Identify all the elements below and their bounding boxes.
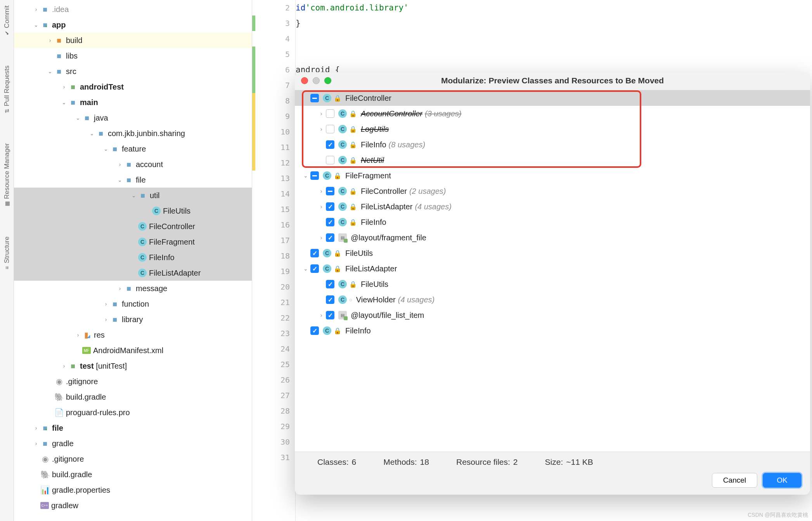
- checkbox[interactable]: ✓: [310, 249, 319, 257]
- gutter-line[interactable]: 23: [280, 326, 290, 341]
- gutter-line[interactable]: 26: [280, 372, 290, 388]
- tree-row[interactable]: ◉.gitignore: [14, 374, 252, 389]
- gutter-line[interactable]: 22: [280, 310, 290, 326]
- expand-icon[interactable]: ›: [116, 285, 124, 292]
- dialog-row[interactable]: ✓C🔒FileInfo: [295, 214, 810, 230]
- tree-row[interactable]: ⌄■src: [14, 64, 252, 79]
- tree-row[interactable]: 🐘build.gradle: [14, 467, 252, 482]
- tree-row[interactable]: ⌄■java: [14, 110, 252, 126]
- expand-icon[interactable]: ⌄: [301, 173, 310, 179]
- expand-icon[interactable]: ›: [317, 235, 326, 241]
- tree-row[interactable]: ›▮◢res: [14, 327, 252, 343]
- dialog-row[interactable]: ✓C🔒FileUtils: [295, 276, 810, 292]
- cancel-button[interactable]: Cancel: [712, 473, 757, 488]
- gutter-line[interactable]: 17: [280, 233, 290, 248]
- expand-icon[interactable]: ⌄: [32, 22, 40, 28]
- expand-icon[interactable]: ›: [116, 161, 124, 167]
- dialog-row[interactable]: ›C🔒AccountController(3 usages): [295, 106, 810, 121]
- checkbox[interactable]: [326, 187, 334, 195]
- tree-row[interactable]: 🐘build.gradle: [14, 389, 252, 405]
- expand-icon[interactable]: ›: [317, 126, 326, 132]
- gutter-line[interactable]: 12: [280, 155, 290, 171]
- tree-row[interactable]: CFileInfo: [14, 250, 252, 265]
- expand-icon[interactable]: ⌄: [116, 177, 124, 183]
- tab-commit[interactable]: ✔Commit: [2, 2, 12, 39]
- gutter-line[interactable]: 28: [280, 403, 290, 419]
- dialog-row[interactable]: ✓C🔒FileInfo(8 usages): [295, 137, 810, 152]
- tree-row[interactable]: 📊gradle.properties: [14, 482, 252, 498]
- expand-icon[interactable]: ›: [32, 425, 40, 431]
- expand-icon[interactable]: ›: [60, 363, 68, 369]
- gutter-line[interactable]: 29: [280, 419, 290, 434]
- tree-row[interactable]: ⌄■util: [14, 188, 252, 203]
- gutter-line[interactable]: 15: [280, 202, 290, 217]
- tree-row[interactable]: ›■gradle: [14, 436, 252, 451]
- tree-row[interactable]: 📄proguard-rules.pro: [14, 405, 252, 420]
- gutter-line[interactable]: 6: [285, 62, 290, 78]
- expand-icon[interactable]: ⌄: [88, 130, 96, 136]
- gutter-line[interactable]: 31: [280, 450, 290, 465]
- checkbox[interactable]: ✓: [326, 218, 334, 226]
- checkbox[interactable]: [310, 94, 319, 102]
- tree-row[interactable]: C++gradlew: [14, 498, 252, 513]
- gutter-line[interactable]: 21: [280, 295, 290, 310]
- checkbox[interactable]: ✓: [326, 233, 334, 242]
- tree-row[interactable]: ›■build: [14, 33, 252, 48]
- dialog-row[interactable]: ›✓C🔒FileListAdapter(4 usages): [295, 199, 810, 214]
- tab-resource-manager[interactable]: ▦Resource Manager: [2, 140, 12, 210]
- dialog-row[interactable]: ✓C🔒FileUtils: [295, 245, 810, 261]
- dialog-row[interactable]: C🔒NetUtil: [295, 152, 810, 168]
- dialog-titlebar[interactable]: Modularize: Preview Classes and Resource…: [295, 72, 810, 89]
- gutter-line[interactable]: 19: [280, 264, 290, 279]
- checkbox[interactable]: [326, 125, 334, 133]
- tree-row[interactable]: CFileFragment: [14, 234, 252, 250]
- dialog-tree[interactable]: C🔒FileController›C🔒AccountController(3 u…: [295, 90, 810, 452]
- expand-icon[interactable]: ⌄: [301, 266, 310, 272]
- gutter-line[interactable]: 24: [280, 341, 290, 357]
- expand-icon[interactable]: ⌄: [102, 146, 110, 152]
- expand-icon[interactable]: ›: [32, 440, 40, 447]
- gutter-line[interactable]: 10: [280, 124, 290, 140]
- expand-icon[interactable]: ›: [317, 188, 326, 194]
- dialog-row[interactable]: ›C🔒LogUtils: [295, 121, 810, 137]
- tree-row[interactable]: CFileListAdapter: [14, 265, 252, 281]
- expand-icon[interactable]: ⌄: [46, 68, 54, 74]
- gutter-line[interactable]: 9: [285, 109, 290, 124]
- expand-icon[interactable]: ⌄: [74, 115, 82, 121]
- gutter-line[interactable]: 2: [285, 0, 290, 16]
- gutter-line[interactable]: 13: [280, 171, 290, 186]
- code-area[interactable]: id 'com.android.library' } android {: [296, 0, 409, 78]
- expand-icon[interactable]: ›: [46, 37, 54, 43]
- gutter-line[interactable]: 5: [285, 47, 290, 62]
- gutter-line[interactable]: 27: [280, 388, 290, 403]
- tree-row[interactable]: ■libs: [14, 48, 252, 64]
- tree-row[interactable]: ›■account: [14, 157, 252, 172]
- expand-icon[interactable]: ›: [74, 332, 82, 338]
- tree-row[interactable]: ›■function: [14, 296, 252, 312]
- checkbox[interactable]: ✓: [326, 140, 334, 149]
- checkbox[interactable]: ✓: [326, 280, 334, 288]
- gutter-line[interactable]: 16: [280, 217, 290, 233]
- checkbox[interactable]: ✓: [326, 311, 334, 319]
- gutter-line[interactable]: 3: [285, 16, 290, 31]
- tree-row[interactable]: ⌄■●app: [14, 17, 252, 33]
- dialog-row[interactable]: ⌄✓C🔒FileListAdapter: [295, 261, 810, 276]
- dialog-row[interactable]: ✓C🔒FileInfo: [295, 323, 810, 338]
- dialog-row[interactable]: ⌄C🔒FileFragment: [295, 168, 810, 183]
- expand-icon[interactable]: ›: [32, 6, 40, 12]
- gutter-line[interactable]: 14: [280, 186, 290, 202]
- expand-icon[interactable]: ›: [317, 204, 326, 210]
- dialog-row[interactable]: ›C🔒FileController(2 usages): [295, 183, 810, 199]
- dialog-row[interactable]: ›✓▤@layout/file_list_item: [295, 307, 810, 323]
- tree-row[interactable]: ⌄■com.jkb.junbin.sharing: [14, 126, 252, 141]
- dialog-row[interactable]: C🔒FileController: [295, 90, 810, 106]
- ok-button[interactable]: OK: [763, 473, 802, 488]
- tree-row[interactable]: ⌄■main: [14, 95, 252, 110]
- tree-row[interactable]: ›■.idea: [14, 2, 252, 17]
- dialog-row[interactable]: ✓C○ViewHolder(4 usages): [295, 292, 810, 307]
- tree-row[interactable]: CFileUtils: [14, 203, 252, 219]
- gutter-line[interactable]: 30: [280, 434, 290, 450]
- checkbox[interactable]: ✓: [326, 202, 334, 211]
- tree-row[interactable]: CFileController: [14, 219, 252, 234]
- expand-icon[interactable]: ›: [60, 84, 68, 90]
